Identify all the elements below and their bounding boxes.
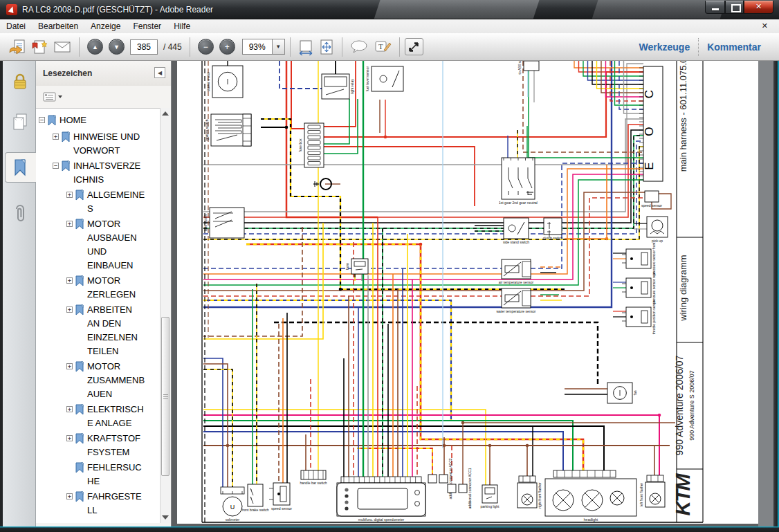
svg-text:990 Adventure 2006/07: 990 Adventure 2006/07 bbox=[674, 355, 685, 455]
svg-text:ignition switch: ignition switch bbox=[205, 119, 209, 140]
bookmark-item[interactable]: +HINWEISE UND VORWORT bbox=[36, 130, 160, 158]
collapse-expander-icon[interactable]: − bbox=[39, 117, 45, 123]
text-annotation-icon[interactable]: T bbox=[373, 39, 392, 55]
panel-title: Lesezeichen bbox=[43, 68, 92, 78]
fullscreen-icon[interactable] bbox=[405, 38, 423, 55]
svg-text:additional connector ACC2: additional connector ACC2 bbox=[448, 458, 452, 499]
scroll-up-arrow[interactable] bbox=[162, 111, 169, 116]
security-tab[interactable] bbox=[5, 66, 35, 97]
menu-anzeige[interactable]: Anzeige bbox=[84, 20, 127, 33]
menu-bearbeiten[interactable]: Bearbeiten bbox=[32, 20, 84, 33]
bookmark-item[interactable]: +KRAFTSTOFFSYSTEM bbox=[36, 432, 160, 459]
svg-text:handle bar switch: handle bar switch bbox=[300, 481, 327, 485]
bookmarks-header: Lesezeichen ◀ bbox=[36, 61, 171, 86]
maximize-button[interactable] bbox=[725, 1, 744, 14]
bookmark-label[interactable]: MOTOR ZERLEGEN bbox=[87, 274, 145, 302]
close-document-icon[interactable]: ✕ bbox=[762, 21, 768, 30]
minimize-button[interactable] bbox=[705, 1, 725, 14]
expand-expander-icon[interactable]: + bbox=[66, 363, 73, 369]
svg-text:wiring diagramm: wiring diagramm bbox=[678, 255, 688, 321]
bookmark-label[interactable]: ELEKTRISCHE ANLAGE bbox=[87, 403, 145, 430]
bookmark-ribbon-icon bbox=[75, 304, 85, 318]
svg-text:990 Adventure S 2006/07: 990 Adventure S 2006/07 bbox=[688, 370, 695, 441]
next-page-button[interactable]: ▼ bbox=[109, 39, 125, 55]
bookmark-label[interactable]: ALLGEMEINES bbox=[87, 188, 145, 216]
bookmark-label[interactable]: FEHLERSUCHE bbox=[87, 461, 145, 488]
bookmark-item[interactable]: +FEHLERSUCHE bbox=[36, 461, 160, 488]
zoom-level-value[interactable]: 93% bbox=[242, 39, 273, 55]
bookmark-ribbon-icon bbox=[62, 160, 71, 174]
close-button[interactable] bbox=[744, 1, 773, 14]
convert-pdf-icon[interactable] bbox=[30, 39, 48, 55]
fit-page-icon[interactable] bbox=[318, 39, 335, 55]
bookmark-label[interactable]: FAHRGESTELL bbox=[87, 490, 145, 517]
fit-width-icon[interactable] bbox=[297, 39, 314, 55]
page-number-input[interactable] bbox=[130, 39, 158, 55]
expand-expander-icon[interactable]: + bbox=[66, 277, 73, 284]
bookmark-item[interactable]: +MOTOR AUSBAUEN UND EINBAUEN bbox=[36, 217, 160, 273]
expand-expander-icon[interactable]: + bbox=[66, 493, 73, 499]
svg-text:water temperature sensor: water temperature sensor bbox=[497, 309, 536, 313]
bookmarks-scrollbar[interactable] bbox=[160, 108, 170, 523]
bookmark-item[interactable]: −HOME bbox=[36, 113, 160, 129]
bookmark-item[interactable]: +MOTOR ZUSAMMENBAUEN bbox=[36, 360, 160, 401]
bookmark-label[interactable]: MOTOR AUSBAUEN UND EINBAUEN bbox=[87, 217, 145, 273]
previous-page-button[interactable]: ▲ bbox=[87, 39, 103, 55]
svg-text:T: T bbox=[378, 42, 383, 51]
tools-link[interactable]: Werkzeuge bbox=[639, 42, 690, 53]
collapse-panel-button[interactable]: ◀ bbox=[154, 67, 165, 78]
bookmarks-toolbar bbox=[36, 86, 171, 108]
scroll-down-arrow[interactable] bbox=[162, 515, 169, 520]
bookmark-label[interactable]: KRAFTSTOFFSYSTEM bbox=[87, 432, 145, 459]
bookmark-ribbon-icon bbox=[75, 219, 85, 232]
expand-expander-icon[interactable]: + bbox=[66, 435, 73, 441]
zoom-dropdown-button[interactable]: ▼ bbox=[273, 39, 285, 55]
bookmark-label[interactable]: ARBEITEN AN DEN EINZELNEN TEILEN bbox=[87, 303, 145, 358]
bookmark-item[interactable]: +ALLGEMEINES bbox=[36, 188, 160, 216]
zoom-in-button[interactable]: + bbox=[219, 39, 235, 55]
options-menu-icon[interactable] bbox=[43, 91, 64, 102]
bookmarks-tab[interactable] bbox=[5, 152, 36, 183]
svg-text:additional connector ACC1: additional connector ACC1 bbox=[468, 468, 472, 508]
expand-expander-icon[interactable]: + bbox=[66, 406, 73, 412]
menu-fenster[interactable]: Fenster bbox=[127, 20, 167, 33]
zoom-out-button[interactable]: − bbox=[198, 39, 214, 55]
bookmark-item[interactable]: +MOTOR ZERLEGEN bbox=[36, 274, 160, 302]
bookmark-label[interactable]: INHALTSVERZEICHNIS bbox=[73, 159, 143, 187]
svg-text:main harness - 601.11.075.0: main harness - 601.11.075.0 bbox=[678, 61, 688, 172]
expand-expander-icon[interactable]: + bbox=[66, 306, 73, 313]
bookmark-label[interactable]: MOTOR ZUSAMMENBAUEN bbox=[87, 360, 145, 401]
svg-text:throttle position sensor: throttle position sensor bbox=[652, 300, 656, 335]
bookmark-item[interactable]: −INHALTSVERZEICHNIS bbox=[36, 159, 160, 187]
toolbar: ▲ ▼ / 445 − + 93% ▼ T Werkzeuge bbox=[0, 33, 779, 61]
comment-link[interactable]: Kommentar bbox=[707, 42, 761, 53]
expand-expander-icon[interactable]: + bbox=[53, 134, 59, 140]
menu-hilfe[interactable]: Hilfe bbox=[167, 20, 196, 33]
bookmarks-scroll-thumb[interactable] bbox=[161, 317, 169, 476]
title-bar[interactable]: RA LC8 2008-D.pdf (GESCHÜTZT) - Adobe Re… bbox=[0, 0, 779, 19]
bookmark-label[interactable]: HOME bbox=[59, 113, 141, 127]
bookmark-ribbon-icon bbox=[62, 131, 71, 145]
window-bottom-border bbox=[0, 526, 779, 532]
expand-expander-icon[interactable]: + bbox=[66, 221, 73, 227]
svg-text:U: U bbox=[230, 504, 235, 511]
bookmark-item[interactable]: +ARBEITEN AN DEN EINZELNEN TEILEN bbox=[36, 303, 160, 358]
collapse-expander-icon[interactable]: − bbox=[53, 163, 59, 169]
menu-datei[interactable]: Datei bbox=[0, 20, 32, 33]
comment-bubble-icon[interactable] bbox=[349, 39, 369, 55]
document-area: COEstarter motorignition switchlight rel… bbox=[172, 61, 758, 526]
open-file-icon[interactable] bbox=[8, 39, 26, 55]
svg-text:to ABS unit: to ABS unit bbox=[517, 61, 522, 74]
svg-text:front brake switch: front brake switch bbox=[241, 508, 268, 512]
attachments-tab[interactable] bbox=[5, 199, 35, 230]
bookmark-icon bbox=[12, 158, 29, 177]
wiring-diagram-page[interactable]: COEstarter motorignition switchlight rel… bbox=[177, 61, 758, 524]
svg-text:pick up: pick up bbox=[652, 239, 663, 243]
bookmark-item[interactable]: +FAHRGESTELL bbox=[36, 490, 160, 517]
email-icon[interactable] bbox=[53, 39, 72, 55]
expand-expander-icon[interactable]: + bbox=[66, 192, 73, 198]
pages-tab[interactable] bbox=[5, 107, 35, 137]
svg-text:clutch switch: clutch switch bbox=[543, 236, 563, 240]
bookmark-item[interactable]: +ELEKTRISCHE ANLAGE bbox=[36, 403, 160, 430]
bookmark-label[interactable]: HINWEISE UND VORWORT bbox=[73, 130, 143, 158]
